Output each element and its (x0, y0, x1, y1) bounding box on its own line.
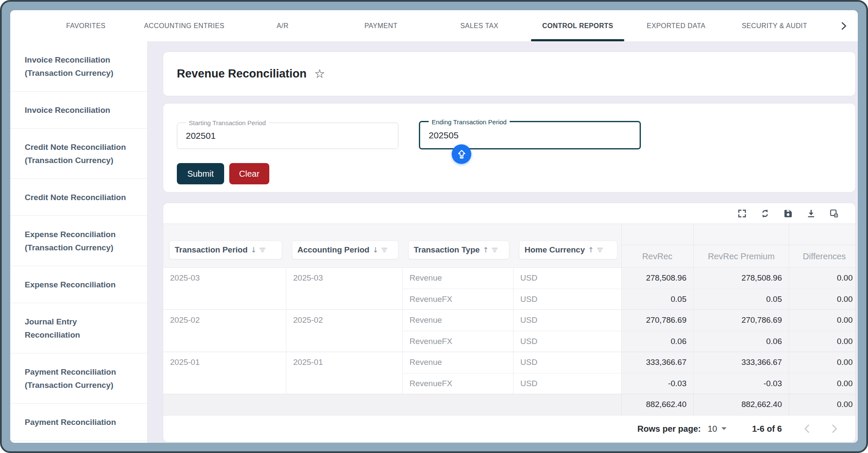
cell-revrec: 278,508.96 (621, 268, 693, 289)
rows-per-page-label: Rows per page: (637, 424, 701, 434)
column-header-chip-transaction-type[interactable]: Transaction Type↑ (408, 241, 509, 259)
cell-differences: 0.00 (789, 289, 856, 310)
starting-period-input[interactable] (177, 123, 398, 149)
cell-transaction-type: Revenue (402, 352, 513, 373)
sidebar-item-expense-reconciliation-transaction-currency[interactable]: Expense Reconciliation (Transaction Curr… (10, 216, 147, 266)
sort-desc-icon: ↓ (372, 246, 378, 254)
tab-accounting-entries[interactable]: ACCOUNTING ENTRIES (135, 10, 234, 41)
table-body: 2025-032025-03RevenueUSD278,508.96278,50… (163, 268, 855, 394)
filter-icon (260, 247, 265, 252)
cell-revrec: 333,366.67 (621, 352, 693, 373)
star-outline-icon[interactable]: ☆ (314, 68, 325, 80)
tab-a-r[interactable]: A/R (234, 10, 332, 41)
cell-differences: 0.00 (789, 373, 856, 394)
cell-differences: 0.00 (789, 352, 856, 373)
sidebar-item-payment-reconciliation[interactable]: Payment Reconciliation (10, 404, 147, 441)
total-revrec: 882,662.40 (621, 394, 693, 415)
sort-asc-icon: ↑ (588, 246, 594, 254)
save-icon[interactable] (783, 209, 793, 218)
cell-accounting-period: 2025-01 (286, 352, 402, 394)
tab-favorites[interactable]: FAVORITES (37, 10, 135, 41)
cell-revrec-premium: 270,786.69 (693, 310, 789, 331)
rows-per-page-value: 10 (708, 424, 717, 434)
value-column-header-differences: Differences (789, 224, 856, 267)
value-column-header-revrec-premium: RevRec Premium (693, 224, 789, 267)
column-header-chip-home-currency[interactable]: Home Currency↑ (519, 241, 617, 259)
submit-button[interactable]: Submit (177, 163, 224, 184)
cell-revrec: 270,786.69 (621, 310, 693, 331)
table-header-band: Transaction Period↓Accounting Period↓Tra… (163, 224, 855, 268)
sidebar-item-invoice-reconciliation[interactable]: Invoice Reconciliation (10, 92, 147, 129)
filter-icon (492, 247, 498, 252)
totals-row: 882,662.40 882,662.40 0.00 (163, 394, 855, 415)
cell-transaction-period: 2025-01 (163, 352, 286, 394)
totals-spacer (163, 394, 621, 415)
refresh-icon[interactable] (760, 209, 770, 218)
previous-page-button[interactable] (804, 424, 810, 433)
sidebar-item-payment-reconciliation-transaction-currency[interactable]: Payment Reconciliation (Transaction Curr… (10, 353, 147, 404)
report-title-card: Revenue Reconciliation ☆ (163, 52, 856, 96)
pagination-range: 1-6 of 6 (752, 424, 782, 434)
cell-differences: 0.00 (789, 268, 856, 289)
sidebar-item-expense-reconciliation[interactable]: Expense Reconciliation (10, 266, 147, 303)
sidebar-item-credit-note-reconciliation-transaction-currency[interactable]: Credit Note Reconciliation (Transaction … (10, 129, 147, 179)
sidebar-item-invoice-reconciliation-transaction-currency[interactable]: Invoice Reconciliation (Transaction Curr… (10, 41, 147, 92)
cell-revrec-premium: -0.03 (693, 373, 789, 394)
sort-desc-icon: ↓ (251, 246, 257, 254)
column-header-transaction-period: Transaction Period↓ (163, 224, 286, 267)
chevron-left-icon (804, 424, 810, 433)
copy-table-icon[interactable] (829, 209, 839, 218)
filter-icon (597, 247, 603, 252)
cell-home-currency: USD (513, 289, 621, 310)
ending-period-input[interactable] (420, 122, 640, 148)
tab-exported-data[interactable]: EXPORTED DATA (627, 10, 725, 41)
column-header-chip-accounting-period[interactable]: Accounting Period↓ (292, 241, 398, 259)
window-frame: FAVORITESACCOUNTING ENTRIESA/RPAYMENTSAL… (0, 0, 868, 453)
tab-security-audit[interactable]: SECURITY & AUDIT (725, 10, 824, 41)
total-differences: 0.00 (789, 394, 856, 415)
cell-transaction-type: Revenue (402, 268, 513, 289)
sidebar-item-credit-note-reconciliation[interactable]: Credit Note Reconciliation (10, 179, 147, 216)
cell-accounting-period: 2025-03 (286, 268, 402, 310)
cell-transaction-type: Revenue (402, 310, 513, 331)
tab-payment[interactable]: PAYMENT (332, 10, 430, 41)
app-window: FAVORITESACCOUNTING ENTRIESA/RPAYMENTSAL… (10, 10, 858, 443)
tab-overflow-button[interactable] (841, 10, 847, 41)
cell-revrec-premium: 0.06 (693, 331, 789, 352)
fullscreen-icon[interactable] (737, 209, 747, 218)
cell-revrec: 0.06 (621, 331, 693, 352)
cell-transaction-type: RevenueFX (402, 289, 513, 310)
column-header-accounting-period: Accounting Period↓ (286, 224, 402, 267)
cell-home-currency: USD (513, 373, 621, 394)
tab-control-reports[interactable]: CONTROL REPORTS (528, 10, 627, 41)
cell-revrec: 0.05 (621, 289, 693, 310)
next-page-button[interactable] (832, 424, 837, 433)
content-area: Invoice Reconciliation (Transaction Curr… (10, 41, 858, 443)
column-header-chip-transaction-period[interactable]: Transaction Period↓ (169, 241, 282, 259)
main-area: Revenue Reconciliation ☆ Starting Transa… (147, 41, 858, 443)
cell-home-currency: USD (513, 268, 621, 289)
clear-button[interactable]: Clear (229, 163, 269, 184)
starting-period-field-wrap: Starting Transaction Period (177, 123, 398, 149)
page-title: Revenue Reconciliation (177, 67, 307, 80)
sidebar-item-journal-entry-reconciliation[interactable]: Journal Entry Reconciliation (10, 303, 147, 353)
cell-transaction-period: 2025-02 (163, 310, 286, 352)
rows-per-page-select[interactable]: 10 (708, 424, 727, 434)
filter-card: Starting Transaction Period Ending Trans… (163, 103, 856, 192)
tab-sales-tax[interactable]: SALES TAX (430, 10, 529, 41)
table-toolbar (163, 203, 855, 224)
total-revrec-premium: 882,662.40 (693, 394, 789, 415)
table-group-2025-03: 2025-032025-03RevenueUSD278,508.96278,50… (163, 268, 855, 310)
report-sidebar: Invoice Reconciliation (Transaction Curr… (10, 41, 147, 443)
cell-transaction-type: RevenueFX (402, 373, 513, 394)
cursor-upload-badge (452, 144, 471, 164)
download-icon[interactable] (806, 209, 816, 218)
ending-period-field-wrap: Ending Transaction Period (419, 121, 641, 149)
cell-home-currency: USD (513, 352, 621, 373)
upload-arrow-icon (456, 149, 467, 160)
cell-transaction-type: RevenueFX (402, 331, 513, 352)
caret-down-icon (721, 427, 727, 430)
cell-transaction-period: 2025-03 (163, 268, 286, 310)
cell-home-currency: USD (513, 331, 621, 352)
cell-revrec-premium: 0.05 (693, 289, 789, 310)
